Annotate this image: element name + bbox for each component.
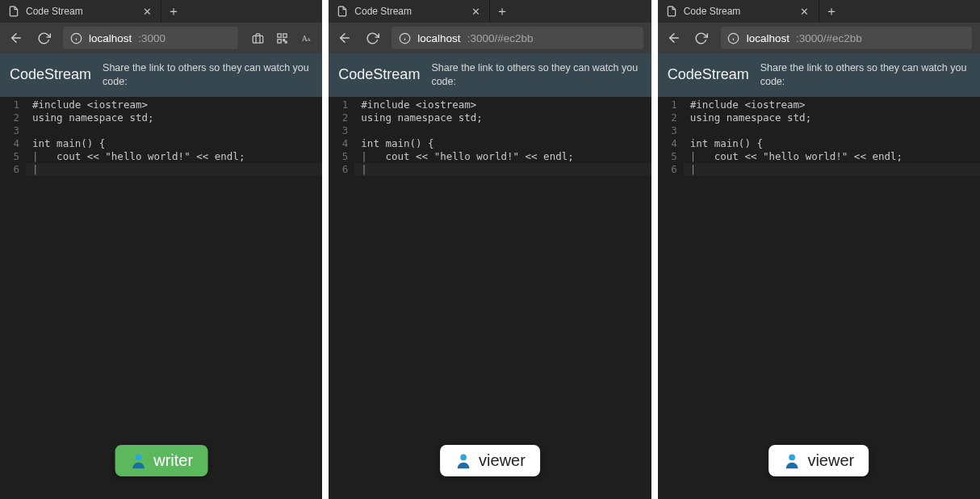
qr-icon[interactable]	[274, 30, 290, 46]
reload-icon[interactable]	[364, 30, 380, 46]
tab-strip: Code Stream✕＋	[329, 0, 651, 23]
app-banner: CodeStreamShare the link to others so th…	[658, 53, 980, 97]
close-icon[interactable]: ✕	[141, 6, 153, 18]
briefcase-icon[interactable]	[249, 30, 266, 46]
code-line[interactable]: #include <iostream>	[361, 99, 651, 111]
line-number: 3	[658, 124, 677, 137]
line-number: 1	[0, 99, 19, 111]
svg-point-22	[789, 454, 796, 460]
reload-icon[interactable]	[36, 30, 52, 46]
code-line[interactable]	[32, 124, 322, 137]
code-line[interactable]: | cout << "hello world!" << endl;	[32, 150, 322, 163]
url-host: localhost	[89, 32, 132, 44]
tab-title: Code Stream	[26, 6, 135, 17]
code-line[interactable]: #include <iostream>	[690, 99, 980, 111]
line-number-gutter: 123456	[0, 97, 26, 499]
app-tagline: Share the link to others so they can wat…	[103, 61, 312, 89]
reload-icon[interactable]	[693, 30, 710, 46]
code-editor[interactable]: 123456#include <iostream>using namespace…	[329, 97, 651, 499]
app-tagline: Share the link to others so they can wat…	[760, 61, 970, 89]
svg-rect-6	[283, 33, 287, 36]
line-number: 3	[0, 124, 19, 137]
svg-point-17	[460, 454, 467, 460]
svg-text:A: A	[307, 36, 311, 41]
line-number-gutter: 123456	[658, 97, 684, 499]
back-icon[interactable]	[666, 30, 682, 46]
line-number: 2	[658, 111, 677, 124]
close-icon[interactable]: ✕	[799, 6, 810, 18]
person-icon	[783, 452, 801, 470]
info-icon[interactable]	[398, 31, 411, 44]
app-logo: CodeStream	[668, 66, 749, 83]
tab-strip: Code Stream✕＋	[658, 0, 980, 23]
code-line[interactable]: using namespace std;	[690, 111, 980, 124]
back-icon[interactable]	[8, 30, 24, 46]
line-number: 6	[0, 163, 19, 176]
line-number: 1	[658, 99, 677, 111]
code-line[interactable]: | cout << "hello world!" << endl;	[361, 150, 651, 163]
tab-strip: Code Stream✕＋	[0, 0, 322, 23]
code-line[interactable]: |	[690, 163, 980, 176]
line-number-gutter: 123456	[329, 97, 354, 499]
url-rest: :3000/#ec2bb	[467, 32, 534, 44]
file-icon	[666, 6, 677, 17]
browser-tab[interactable]: Code Stream✕	[0, 0, 161, 23]
person-icon	[129, 452, 147, 470]
line-number: 5	[0, 150, 19, 163]
line-number: 4	[658, 137, 677, 150]
app-banner: CodeStreamShare the link to others so th…	[329, 53, 651, 97]
line-number: 4	[329, 137, 348, 150]
code-line[interactable]	[690, 124, 980, 137]
address-bar[interactable]: localhost:3000/#ec2bb	[392, 27, 643, 49]
code-editor[interactable]: 123456#include <iostream>using namespace…	[0, 97, 322, 499]
info-icon[interactable]	[69, 31, 82, 44]
code-line[interactable]: int main() {	[32, 137, 322, 150]
role-label: viewer	[807, 451, 854, 470]
svg-rect-7	[278, 39, 281, 42]
file-icon	[8, 6, 19, 17]
code-line[interactable]: int main() {	[690, 137, 980, 150]
code-editor[interactable]: 123456#include <iostream>using namespace…	[658, 97, 980, 499]
nav-bar: localhost:3000/#ec2bb	[658, 23, 980, 53]
new-tab-button[interactable]: ＋	[490, 0, 514, 23]
browser-tab[interactable]: Code Stream✕	[329, 0, 490, 23]
url-rest: :3000/#ec2bb	[796, 32, 862, 44]
code-line[interactable]: using namespace std;	[32, 111, 322, 124]
app-banner: CodeStreamShare the link to others so th…	[0, 53, 322, 97]
code-line[interactable]: |	[32, 163, 322, 176]
code-line[interactable]: int main() {	[361, 137, 651, 150]
svg-rect-4	[253, 36, 263, 43]
code-line[interactable]: using namespace std;	[361, 111, 651, 124]
file-icon	[337, 6, 348, 17]
browser-pane: Code Stream✕＋localhost:3000AACodeStreamS…	[0, 0, 322, 499]
code-area[interactable]: #include <iostream>using namespace std;i…	[26, 97, 322, 499]
line-number: 5	[658, 150, 677, 163]
person-icon	[454, 452, 472, 470]
svg-rect-5	[278, 33, 281, 36]
tab-title: Code Stream	[354, 6, 463, 17]
code-area[interactable]: #include <iostream>using namespace std;i…	[354, 97, 651, 499]
line-number: 3	[329, 124, 348, 137]
line-number: 2	[329, 111, 348, 124]
text-size-icon[interactable]: AA	[298, 30, 314, 46]
app-logo: CodeStream	[10, 66, 91, 83]
new-tab-button[interactable]: ＋	[161, 0, 186, 23]
address-bar[interactable]: localhost:3000/#ec2bb	[721, 27, 972, 49]
address-bar[interactable]: localhost:3000	[63, 27, 238, 49]
code-area[interactable]: #include <iostream>using namespace std;i…	[684, 97, 980, 499]
code-line[interactable]: #include <iostream>	[32, 99, 322, 111]
role-badge: viewer	[440, 445, 540, 476]
back-icon[interactable]	[337, 30, 353, 46]
nav-bar: localhost:3000AA	[0, 23, 322, 53]
code-line[interactable]: | cout << "hello world!" << endl;	[690, 150, 980, 163]
code-line[interactable]: |	[361, 163, 651, 176]
new-tab-button[interactable]: ＋	[819, 0, 844, 23]
browser-pane: Code Stream✕＋localhost:3000/#ec2bbCodeSt…	[658, 0, 980, 499]
browser-tab[interactable]: Code Stream✕	[658, 0, 819, 23]
info-icon[interactable]	[727, 31, 740, 44]
svg-rect-9	[285, 41, 287, 43]
close-icon[interactable]: ✕	[470, 6, 481, 18]
role-badge: writer	[115, 445, 207, 476]
code-line[interactable]	[361, 124, 651, 137]
url-host: localhost	[417, 32, 460, 44]
